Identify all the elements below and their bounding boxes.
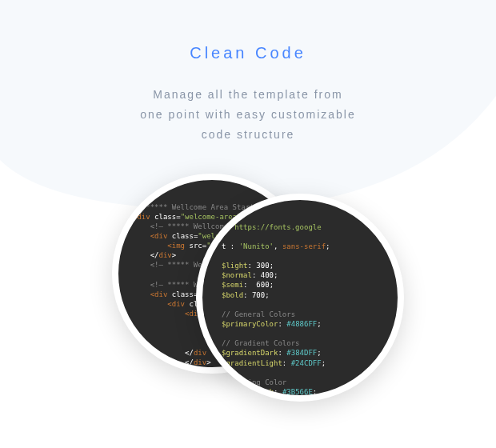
section-subtitle: Manage all the template fromone point wi…	[96, 85, 400, 146]
scss-code-snippet: l('https://fonts.google t : 'Nunito', sa…	[222, 222, 330, 402]
code-circle-right: l('https://fonts.google t : 'Nunito', sa…	[196, 194, 404, 402]
code-preview-container: !— ***** Wellcome Area Start ***** <div …	[0, 174, 496, 448]
section-title: Clean Code	[0, 44, 496, 62]
